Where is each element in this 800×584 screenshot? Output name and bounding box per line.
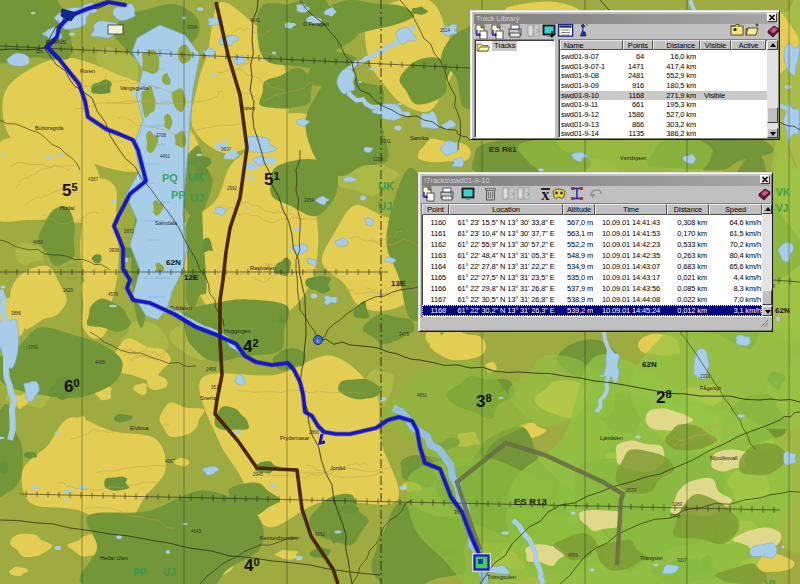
svg-text:Roren: Roren [240, 105, 255, 111]
svg-text:Os: Os [36, 48, 43, 54]
svg-text:Elvbrua: Elvbrua [130, 425, 150, 431]
svg-text:Trömgsulen: Trömgsulen [487, 574, 516, 580]
svg-text:Tylldalen: Tylldalen [170, 305, 192, 311]
svg-text:UJ: UJ [163, 567, 176, 578]
svg-text:62N: 62N [166, 258, 181, 267]
svg-text:Sarvika: Sarvika [410, 135, 429, 141]
svg-text:3938: 3938 [109, 248, 120, 253]
svg-text:Sarndala: Sarndala [155, 220, 178, 226]
svg-text:4067: 4067 [165, 459, 176, 464]
svg-text:3017: 3017 [677, 558, 688, 563]
svg-text:2945: 2945 [253, 472, 264, 477]
svg-text:ES R13: ES R13 [514, 496, 547, 507]
svg-text:Vsrrdsjaen: Vsrrdsjaen [620, 155, 646, 161]
svg-text:3516: 3516 [211, 385, 222, 390]
svg-text:3701: 3701 [28, 345, 39, 350]
svg-text:3708: 3708 [156, 133, 167, 138]
svg-text:UK: UK [188, 171, 204, 183]
svg-text:D Feragen: D Feragen [303, 21, 329, 27]
svg-text:i: i [317, 338, 318, 344]
svg-text:4566: 4566 [568, 553, 579, 558]
svg-text:3637: 3637 [221, 147, 232, 152]
svg-text:UJ: UJ [190, 192, 204, 204]
svg-text:3384: 3384 [187, 25, 198, 30]
svg-text:3690: 3690 [454, 510, 465, 515]
svg-text:4660: 4660 [33, 240, 44, 245]
svg-text:VJ: VJ [776, 203, 788, 214]
svg-text:PP: PP [133, 567, 147, 578]
svg-text:RORUS: RORUS [46, 39, 66, 45]
svg-text:Prydsmasar: Prydsmasar [280, 435, 310, 441]
svg-text:2348: 2348 [670, 514, 681, 519]
svg-text:2089: 2089 [672, 502, 683, 507]
svg-text:12E: 12E [184, 273, 199, 282]
svg-text:3011: 3011 [381, 139, 391, 144]
svg-text:4461: 4461 [160, 154, 171, 159]
svg-text:62N: 62N [642, 360, 657, 369]
svg-text:2872: 2872 [124, 229, 135, 234]
svg-text:3208: 3208 [373, 157, 384, 162]
svg-text:4387: 4387 [88, 177, 99, 182]
svg-text:4498: 4498 [95, 360, 106, 365]
svg-text:4651: 4651 [417, 393, 428, 398]
svg-text:VK: VK [776, 187, 791, 198]
svg-text:Nljudiksvall: Nljudiksvall [710, 455, 738, 461]
svg-text:2254: 2254 [304, 198, 315, 203]
svg-text:3886: 3886 [11, 311, 22, 316]
svg-text:2820: 2820 [63, 288, 74, 293]
svg-text:Trängslet: Trängslet [640, 555, 663, 561]
svg-text:Roren: Roren [80, 68, 95, 74]
svg-text:Hoggingen: Hoggingen [224, 328, 251, 334]
svg-text:Vangsgjelta: Vangsgjelta [120, 85, 149, 91]
svg-text:UJ: UJ [378, 200, 392, 212]
svg-text:VL: VL [764, 578, 779, 584]
svg-text:Femundsundet: Femundsundet [260, 535, 297, 541]
svg-text:ES R61: ES R61 [489, 145, 517, 154]
svg-text:2332: 2332 [700, 374, 711, 379]
svg-text:PQ: PQ [162, 172, 178, 184]
svg-text:62N: 62N [775, 306, 790, 315]
svg-text:4578: 4578 [108, 292, 119, 297]
svg-text:Jordet: Jordet [330, 465, 346, 471]
svg-text:2860: 2860 [309, 430, 320, 435]
svg-text:2379: 2379 [626, 488, 637, 493]
svg-text:Buttorsgrda: Buttorsgrda [35, 125, 64, 131]
svg-text:UK: UK [378, 180, 394, 192]
svg-text:4643: 4643 [191, 529, 202, 534]
svg-text:X: X [541, 189, 550, 202]
svg-text:4162: 4162 [315, 532, 326, 537]
svg-text:2459: 2459 [206, 367, 217, 372]
svg-text:2992: 2992 [227, 186, 238, 191]
svg-text:PP: PP [171, 189, 186, 201]
svg-text:Ljørdalen: Ljørdalen [600, 435, 623, 441]
svg-text:4041: 4041 [250, 18, 261, 23]
svg-text:Hodal: Hodal [60, 205, 74, 211]
svg-text:Rastvallen: Rastvallen [250, 265, 276, 271]
svg-text:3475: 3475 [399, 332, 410, 337]
svg-text:Hedar Ulen: Hedar Ulen [100, 555, 128, 561]
svg-text:13E: 13E [391, 279, 406, 288]
svg-text:Snerta: Snerta [200, 395, 217, 401]
svg-text:2514: 2514 [440, 28, 451, 33]
svg-text:Fågelsjö: Fågelsjö [700, 385, 721, 391]
